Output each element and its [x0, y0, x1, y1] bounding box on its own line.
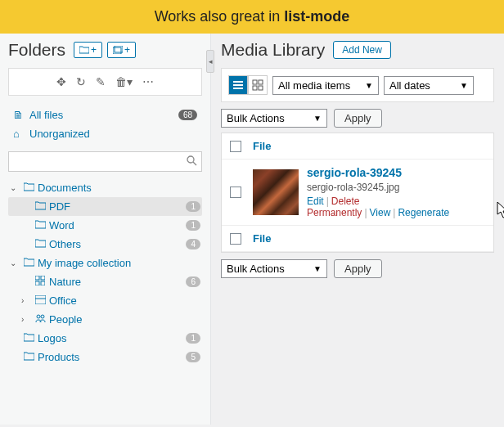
list-view-button[interactable] — [228, 75, 248, 95]
tree-item-label: Products — [38, 351, 79, 363]
tree-item-label: People — [49, 313, 82, 326]
row-checkbox[interactable] — [230, 187, 241, 198]
svg-rect-6 — [35, 281, 39, 285]
svg-rect-8 — [35, 295, 46, 304]
svg-rect-16 — [259, 80, 263, 84]
svg-rect-15 — [253, 80, 257, 84]
folder-icon — [23, 257, 34, 269]
folder-tree: ⌄DocumentsPDF1Word1Others4⌄My image coll… — [8, 178, 202, 366]
chevron-icon: ⌄ — [10, 183, 20, 192]
folder-icon — [23, 182, 34, 194]
tree-item-label: Word — [49, 219, 74, 231]
svg-rect-14 — [233, 88, 243, 89]
folder-icon — [34, 219, 46, 231]
all-files-item[interactable]: 🗎All files 68 — [8, 106, 202, 124]
tree-item-my-image-collection[interactable]: ⌄My image collection — [8, 254, 202, 272]
banner-bold: list-mode — [284, 8, 349, 25]
chevron-icon: › — [21, 315, 31, 324]
grid-view-button[interactable] — [248, 75, 268, 95]
tree-item-logos[interactable]: Logos1 — [8, 329, 202, 348]
tree-item-label: Office — [49, 294, 77, 307]
document-icon: 🗎 — [13, 109, 25, 121]
svg-rect-12 — [233, 81, 243, 83]
main-panel: ◂ Media Library Add New All media items▼… — [211, 34, 504, 425]
tree-item-office[interactable]: ›Office — [8, 291, 202, 310]
search-input[interactable] — [8, 151, 202, 172]
refresh-icon[interactable]: ↻ — [76, 75, 86, 88]
tree-item-pdf[interactable]: PDF1 — [8, 197, 202, 216]
new-gallery-button[interactable]: + — [107, 42, 136, 58]
file-name: sergio-rola-39245.jpg — [307, 182, 485, 193]
chevron-down-icon: ▼ — [365, 81, 373, 90]
tree-item-nature[interactable]: Nature6 — [8, 272, 202, 291]
tree-item-products[interactable]: Products5 — [8, 348, 202, 366]
media-thumbnail[interactable] — [253, 169, 299, 215]
count-badge: 1 — [186, 333, 200, 344]
list-icon — [232, 79, 244, 91]
folder-toolbar: ✥ ↻ ✎ 🗑︎▾ ⋯ — [8, 68, 202, 96]
folder-icon — [23, 351, 34, 363]
more-icon[interactable]: ⋯ — [142, 75, 154, 88]
tree-item-documents[interactable]: ⌄Documents — [8, 178, 202, 197]
move-icon[interactable]: ✥ — [56, 75, 66, 88]
folder-sidebar: Folders + + ✥ ↻ ✎ 🗑︎▾ ⋯ 🗎All files 68 ⌂ — [0, 34, 211, 425]
chevron-down-icon: ▼ — [313, 264, 322, 273]
svg-point-11 — [41, 315, 44, 318]
tree-item-others[interactable]: Others4 — [8, 235, 202, 254]
view-link[interactable]: View — [370, 207, 391, 218]
unorganized-item[interactable]: ⌂Unorganized — [8, 124, 202, 143]
date-filter[interactable]: All dates▼ — [384, 76, 474, 95]
file-title[interactable]: sergio-rola-39245 — [307, 166, 485, 179]
svg-point-10 — [37, 315, 40, 318]
banner-text: Works also great in — [155, 8, 285, 25]
svg-rect-13 — [233, 84, 243, 86]
media-type-filter[interactable]: All media items▼ — [272, 76, 379, 95]
column-footer-file[interactable]: File — [253, 232, 485, 245]
svg-rect-18 — [259, 86, 263, 90]
count-badge: 68 — [178, 110, 197, 120]
tree-item-label: Documents — [38, 182, 92, 194]
bulk-actions-bottom[interactable]: Bulk Actions▼ — [221, 259, 327, 278]
gallery-icon — [113, 46, 123, 54]
chevron-icon: › — [21, 296, 31, 305]
svg-rect-5 — [41, 276, 45, 280]
table-header: File — [222, 133, 493, 160]
chevron-down-icon: ▼ — [313, 114, 322, 123]
view-mode-switch — [228, 75, 268, 95]
tree-item-people[interactable]: ›People — [8, 310, 202, 329]
count-badge: 5 — [186, 352, 200, 362]
home-icon: ⌂ — [13, 128, 25, 140]
add-new-button[interactable]: Add New — [333, 41, 391, 59]
column-header-file[interactable]: File — [253, 140, 485, 152]
count-badge: 1 — [186, 201, 200, 212]
svg-rect-4 — [35, 276, 39, 280]
tree-item-word[interactable]: Word1 — [8, 216, 202, 235]
count-badge: 1 — [186, 220, 200, 231]
regenerate-link[interactable]: Regenerate — [398, 207, 449, 218]
folder-icon — [23, 332, 34, 344]
edit-icon[interactable]: ✎ — [96, 75, 106, 88]
people-icon — [34, 313, 46, 326]
table-row[interactable]: sergio-rola-39245 sergio-rola-39245.jpg … — [222, 160, 493, 226]
bulk-actions-top[interactable]: Bulk Actions▼ — [221, 109, 327, 128]
svg-rect-17 — [253, 86, 257, 90]
new-folder-button[interactable]: + — [74, 42, 102, 58]
folder-icon — [34, 200, 46, 213]
tree-item-label: Nature — [49, 276, 81, 288]
chevron-down-icon: ▼ — [460, 81, 468, 90]
select-all-checkbox[interactable] — [230, 141, 241, 152]
folder-icon — [34, 238, 46, 250]
page-title: Media Library — [221, 40, 325, 60]
collapse-sidebar-button[interactable]: ◂ — [206, 50, 214, 73]
count-badge: 6 — [186, 276, 200, 287]
chevron-icon: ⌄ — [10, 258, 20, 267]
delete-icon[interactable]: 🗑︎▾ — [115, 75, 133, 88]
folder-icon — [79, 46, 89, 54]
edit-link[interactable]: Edit — [307, 196, 324, 207]
count-badge: 4 — [186, 239, 200, 249]
tree-item-label: PDF — [49, 200, 70, 213]
apply-button-bottom[interactable]: Apply — [334, 259, 382, 278]
promo-banner: Works also great in list-mode — [0, 0, 504, 34]
apply-button-top[interactable]: Apply — [334, 109, 382, 128]
select-all-checkbox-bottom[interactable] — [230, 233, 241, 245]
